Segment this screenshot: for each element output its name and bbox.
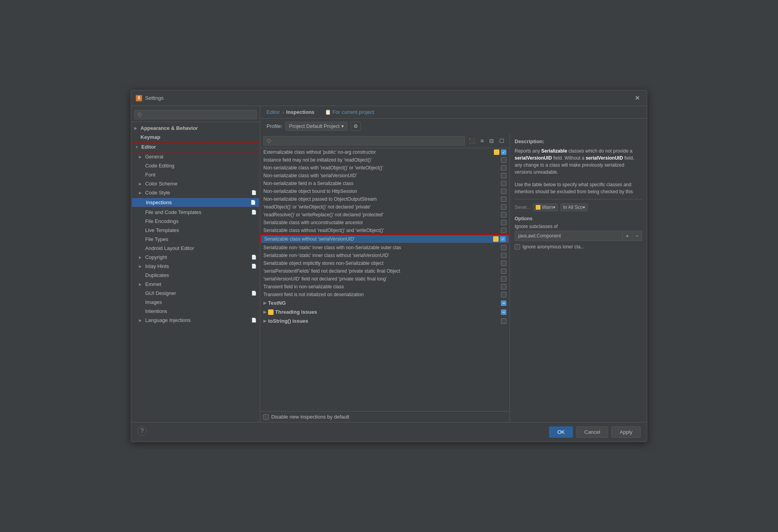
inspection-row[interactable]: Non-serializable object bound to HttpSes… [260, 187, 510, 195]
group-tostring[interactable]: ▶ toString() issues [260, 316, 510, 325]
inspection-row[interactable]: Transient field is not initialized on de… [260, 291, 510, 298]
profile-dropdown[interactable]: Project Default Project ▾ [285, 122, 347, 131]
apply-button[interactable]: Apply [611, 426, 641, 438]
inspection-checkbox[interactable] [501, 196, 506, 202]
inspection-row[interactable]: Transient field in non-serializable clas… [260, 283, 510, 291]
inspection-row[interactable]: Serializable class with unconstructable … [260, 219, 510, 226]
sidebar-item-color-scheme[interactable]: ▶ Color Scheme [131, 179, 260, 188]
inspection-checkbox[interactable] [501, 157, 506, 163]
inspection-checkbox[interactable] [501, 173, 506, 178]
sidebar-item-keymap[interactable]: Keymap [131, 133, 260, 142]
ok-button[interactable]: OK [549, 426, 573, 438]
sidebar-search-input[interactable] [134, 110, 257, 119]
sidebar-item-inspections[interactable]: Inspections 📄 [131, 197, 260, 208]
sidebar-item-intentions[interactable]: Intentions [131, 307, 260, 316]
inspection-name: 'serialPersistentFields' field not decla… [263, 268, 501, 274]
inspection-checkbox[interactable] [501, 284, 506, 289]
subclasses-input[interactable] [515, 231, 622, 241]
sidebar-item-language-injections[interactable]: ▶ Language Injections 📄 [131, 316, 260, 325]
cancel-button[interactable]: Cancel [576, 426, 608, 438]
remove-subclass-button[interactable]: − [632, 231, 642, 241]
group-minus-button[interactable]: − [501, 309, 506, 315]
expand-button[interactable]: ≡ [479, 137, 486, 145]
inspection-checkbox[interactable] [501, 189, 506, 194]
inspection-checkbox[interactable] [501, 165, 506, 171]
inspection-row[interactable]: 'readResolve()' or 'writeReplace()' not … [260, 211, 510, 219]
description-panel: Description: Reports any Serializable cl… [510, 134, 647, 422]
sidebar-item-font[interactable]: Font [131, 170, 260, 179]
sidebar-item-file-types[interactable]: File Types [131, 235, 260, 244]
inspection-checkbox[interactable] [501, 149, 506, 155]
toggle-button[interactable]: ☐ [497, 137, 506, 145]
inspection-row[interactable]: 'serialPersistentFields' field not decla… [260, 267, 510, 275]
sidebar-item-android-layout-editor[interactable]: Android Layout Editor [131, 244, 260, 253]
inspection-row-selected[interactable]: Serializable class without 'serialVersio… [260, 234, 510, 244]
group-minus-button[interactable]: − [501, 300, 506, 306]
group-testng[interactable]: ▶ TestNG − [260, 298, 510, 307]
group-arrow-icon: ▶ [263, 319, 267, 323]
inspection-row[interactable]: Serializable object implicitly stores no… [260, 259, 510, 267]
inspection-row[interactable]: Instance field may not be initialized by… [260, 156, 510, 164]
breadcrumb-parent[interactable]: Editor [267, 109, 280, 115]
inspection-row[interactable]: 'readObject()' or 'writeObject()' not de… [260, 203, 510, 211]
inspection-checkbox[interactable] [501, 212, 506, 217]
sidebar-item-images[interactable]: Images [131, 298, 260, 307]
page-icon: 📄 [251, 264, 257, 269]
inspection-row[interactable]: 'serialVersionUID' field not declared 'p… [260, 275, 510, 283]
sidebar-item-file-code-templates[interactable]: File and Code Templates 📄 [131, 208, 260, 217]
inspection-row[interactable]: Non-serializable object passed to Object… [260, 195, 510, 203]
inspection-checkbox[interactable] [501, 292, 506, 297]
inspection-checkbox[interactable] [501, 276, 506, 282]
sidebar-item-code-editing[interactable]: Code Editing [131, 161, 260, 170]
help-button[interactable]: ? [137, 426, 147, 436]
inspection-checkbox[interactable] [501, 204, 506, 210]
inspection-row[interactable]: Non-serializable class with 'serialVersi… [260, 172, 510, 180]
profile-gear-button[interactable]: ⚙ [351, 122, 361, 131]
sidebar-item-inlay-hints[interactable]: ▶ Inlay Hints 📄 [131, 262, 260, 271]
scope-dropdown[interactable]: In All Sco▾ [560, 203, 588, 211]
breadcrumb-project-link[interactable]: 📋 For current project [325, 109, 374, 115]
ignore-anonymous-checkbox[interactable] [515, 244, 520, 250]
page-icon: 📄 [251, 210, 257, 215]
sidebar-item-copyright[interactable]: ▶ Copyright 📄 [131, 253, 260, 262]
inspection-checkbox[interactable] [501, 220, 506, 225]
severity-dropdown[interactable]: Warn▾ [533, 203, 558, 211]
sidebar-item-label: Language Injections [145, 317, 191, 323]
inspection-checkbox[interactable] [501, 181, 506, 186]
inspection-row[interactable]: Non-serializable field in a Serializable… [260, 180, 510, 187]
inspection-row[interactable]: Serializable non-'static' inner class wi… [260, 244, 510, 252]
inspection-name: Non-serializable field in a Serializable… [263, 181, 501, 186]
sidebar-item-label: Intentions [145, 308, 167, 314]
sidebar-item-emmet[interactable]: ▶ Emmet [131, 280, 260, 289]
sidebar-item-gui-designer[interactable]: GUI Designer 📄 [131, 289, 260, 298]
group-threading[interactable]: ▶ Threading issues − [260, 307, 510, 316]
disable-new-inspections-checkbox[interactable] [263, 414, 269, 420]
inspection-checkbox[interactable] [501, 318, 506, 324]
inspection-checkbox[interactable] [501, 245, 506, 250]
inspection-row[interactable]: Serializable class without 'readObject()… [260, 226, 510, 234]
filter-button[interactable]: ⬛ [466, 137, 477, 145]
inspection-checkbox[interactable] [501, 268, 506, 274]
add-subclass-button[interactable]: + [622, 231, 632, 241]
sidebar-item-appearance[interactable]: ▶ Appearance & Behavior [131, 124, 260, 133]
inspection-checkbox[interactable] [500, 236, 506, 242]
inspections-search-input[interactable] [263, 136, 465, 146]
content-area: ⬛ ≡ ⊟ ☐ Externalizable class without 'pu… [260, 134, 647, 422]
arrow-icon: ▼ [135, 145, 140, 149]
inspection-checkbox[interactable] [501, 261, 506, 266]
inspection-row[interactable]: Non-serializable class with 'readObject(… [260, 164, 510, 172]
inspection-row[interactable]: Externalizable class without 'public' no… [260, 148, 510, 156]
sidebar-item-file-encodings[interactable]: File Encodings [131, 217, 260, 226]
sidebar-item-live-templates[interactable]: Live Templates [131, 226, 260, 235]
sidebar-item-duplicates[interactable]: Duplicates [131, 271, 260, 280]
dialog-body: ▶ Appearance & Behavior Keymap ▼ Editor … [131, 106, 647, 422]
sidebar-item-general[interactable]: ▶ General [131, 152, 260, 161]
close-button[interactable]: ✕ [632, 93, 642, 102]
inspection-checkbox[interactable] [501, 253, 506, 258]
sidebar-item-code-style[interactable]: ▶ Code Style 📄 [131, 188, 260, 197]
collapse-button[interactable]: ⊟ [487, 137, 496, 145]
sidebar-item-editor[interactable]: ▼ Editor [131, 142, 260, 152]
inspection-row[interactable]: Serializable non-'static' inner class wi… [260, 252, 510, 259]
inspection-checkbox[interactable] [501, 228, 506, 233]
title-bar-left: S Settings [136, 95, 164, 101]
